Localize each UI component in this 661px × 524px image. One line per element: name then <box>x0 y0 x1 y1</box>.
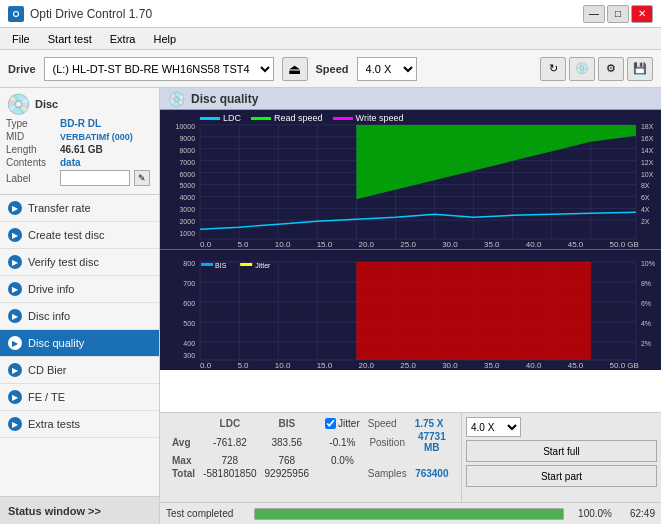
disc-quality-header-icon: 💿 <box>168 91 185 107</box>
svg-text:2000: 2000 <box>179 218 195 225</box>
disc-icon[interactable]: 💿 <box>569 57 595 81</box>
sidebar: 💿 Disc Type BD-R DL MID VERBATIMf (000) … <box>0 88 160 524</box>
sidebar-item-verify-test-disc[interactable]: ▶ Verify test disc <box>0 249 159 276</box>
label-input[interactable] <box>60 170 130 186</box>
minimize-button[interactable]: — <box>583 5 605 23</box>
sidebar-nav: ▶ Transfer rate ▶ Create test disc ▶ Ver… <box>0 195 159 496</box>
eject-button[interactable]: ⏏ <box>282 57 308 81</box>
svg-text:5000: 5000 <box>179 182 195 189</box>
svg-text:BIS: BIS <box>215 262 227 269</box>
disc-label-row: Label ✎ <box>6 170 153 186</box>
label-label: Label <box>6 173 56 184</box>
save-icon[interactable]: 💾 <box>627 57 653 81</box>
total-jitter <box>321 467 364 480</box>
max-ldc: 728 <box>199 454 260 467</box>
speed-select-drive[interactable]: 4.0 X <box>357 57 417 81</box>
transfer-rate-icon: ▶ <box>8 201 22 215</box>
verify-test-icon: ▶ <box>8 255 22 269</box>
disc-quality-icon: ▶ <box>8 336 22 350</box>
bx-label-50: 50.0 GB <box>610 361 639 370</box>
avg-ldc: -761.82 <box>199 430 260 454</box>
sidebar-item-create-test-disc[interactable]: ▶ Create test disc <box>0 222 159 249</box>
sidebar-item-disc-quality[interactable]: ▶ Disc quality <box>0 330 159 357</box>
disc-section-icon: 💿 <box>6 94 31 114</box>
stats-table: LDC BIS Jitter Speed 1.75 X <box>160 413 461 502</box>
disc-mid-row: MID VERBATIMf (000) <box>6 131 153 142</box>
speed-label: Speed <box>316 63 349 75</box>
status-window-button[interactable]: Status window >> <box>0 496 159 524</box>
top-x-axis: 0.0 5.0 10.0 15.0 20.0 25.0 30.0 35.0 40… <box>200 240 639 249</box>
bx-label-35: 35.0 <box>484 361 500 370</box>
x-label-25: 25.0 <box>400 240 416 249</box>
fe-te-icon: ▶ <box>8 390 22 404</box>
drive-select[interactable]: (L:) HL-DT-ST BD-RE WH16NS58 TST4 <box>44 57 274 81</box>
legend-read-speed: Read speed <box>251 113 323 123</box>
drive-bar: Drive (L:) HL-DT-ST BD-RE WH16NS58 TST4 … <box>0 50 661 88</box>
svg-text:8X: 8X <box>641 182 650 189</box>
menu-bar: File Start test Extra Help <box>0 28 661 50</box>
sidebar-item-disc-info[interactable]: ▶ Disc info <box>0 303 159 330</box>
jitter-checkbox[interactable] <box>325 418 336 429</box>
svg-text:14X: 14X <box>641 147 654 154</box>
disc-contents-row: Contents data <box>6 157 153 168</box>
speed-value-cell: 1.75 X <box>411 417 453 430</box>
disc-section-title: Disc <box>35 98 58 110</box>
menu-file[interactable]: File <box>4 31 38 47</box>
bx-label-10: 10.0 <box>275 361 291 370</box>
svg-text:800: 800 <box>183 260 195 267</box>
settings-icon[interactable]: ⚙ <box>598 57 624 81</box>
legend-ldc: LDC <box>200 113 241 123</box>
app-icon: O <box>8 6 24 22</box>
svg-text:10X: 10X <box>641 171 654 178</box>
col-header-blank <box>168 417 199 430</box>
title-bar: O Opti Drive Control 1.70 — □ ✕ <box>0 0 661 28</box>
max-bis: 768 <box>261 454 314 467</box>
sidebar-item-drive-info[interactable]: ▶ Drive info <box>0 276 159 303</box>
disc-quality-header: 💿 Disc quality <box>160 88 661 110</box>
app-title: Opti Drive Control 1.70 <box>30 7 152 21</box>
nav-label-cd-bier: CD Bier <box>28 364 67 376</box>
speed-select-stats[interactable]: 4.0 X <box>466 417 521 437</box>
start-part-button[interactable]: Start part <box>466 465 657 487</box>
sidebar-item-cd-bier[interactable]: ▶ CD Bier <box>0 357 159 384</box>
sidebar-item-transfer-rate[interactable]: ▶ Transfer rate <box>0 195 159 222</box>
samples-value: 763400 <box>411 467 453 480</box>
disc-quality-title: Disc quality <box>191 92 258 106</box>
svg-text:Jitter: Jitter <box>255 262 271 269</box>
jitter-label: Jitter <box>325 418 360 429</box>
sidebar-item-fe-te[interactable]: ▶ FE / TE <box>0 384 159 411</box>
bis-area <box>356 262 590 360</box>
menu-start-test[interactable]: Start test <box>40 31 100 47</box>
sidebar-item-extra-tests[interactable]: ▶ Extra tests <box>0 411 159 438</box>
disc-info-section: 💿 Disc Type BD-R DL MID VERBATIMf (000) … <box>0 88 159 195</box>
bx-label-5: 5.0 <box>237 361 248 370</box>
max-row-label: Max <box>168 454 199 467</box>
bx-label-40: 40.0 <box>526 361 542 370</box>
nav-label-create-test: Create test disc <box>28 229 104 241</box>
disc-header: 💿 Disc <box>6 94 153 114</box>
close-button[interactable]: ✕ <box>631 5 653 23</box>
contents-value: data <box>60 157 81 168</box>
x-label-10: 10.0 <box>275 240 291 249</box>
read-speed-color <box>251 117 271 120</box>
disc-info-icon: ▶ <box>8 309 22 323</box>
menu-extra[interactable]: Extra <box>102 31 144 47</box>
bottom-chart-svg: 800 700 600 500 400 300 10% 8% 6% 4% 2% <box>160 250 661 370</box>
drive-toolbar-icons: ↻ 💿 ⚙ 💾 <box>540 57 653 81</box>
create-test-icon: ▶ <box>8 228 22 242</box>
start-full-button[interactable]: Start full <box>466 440 657 462</box>
label-edit-button[interactable]: ✎ <box>134 170 150 186</box>
menu-help[interactable]: Help <box>145 31 184 47</box>
svg-text:3000: 3000 <box>179 206 195 213</box>
maximize-button[interactable]: □ <box>607 5 629 23</box>
svg-text:2%: 2% <box>641 340 651 347</box>
stats-bar: LDC BIS Jitter Speed 1.75 X <box>160 412 661 502</box>
max-blank <box>313 454 321 467</box>
bottom-chart: 800 700 600 500 400 300 10% 8% 6% 4% 2% <box>160 250 661 370</box>
svg-text:6%: 6% <box>641 300 651 307</box>
x-label-20: 20.0 <box>358 240 374 249</box>
bx-label-15: 15.0 <box>317 361 333 370</box>
refresh-icon[interactable]: ↻ <box>540 57 566 81</box>
svg-text:7000: 7000 <box>179 159 195 166</box>
svg-text:300: 300 <box>183 352 195 359</box>
